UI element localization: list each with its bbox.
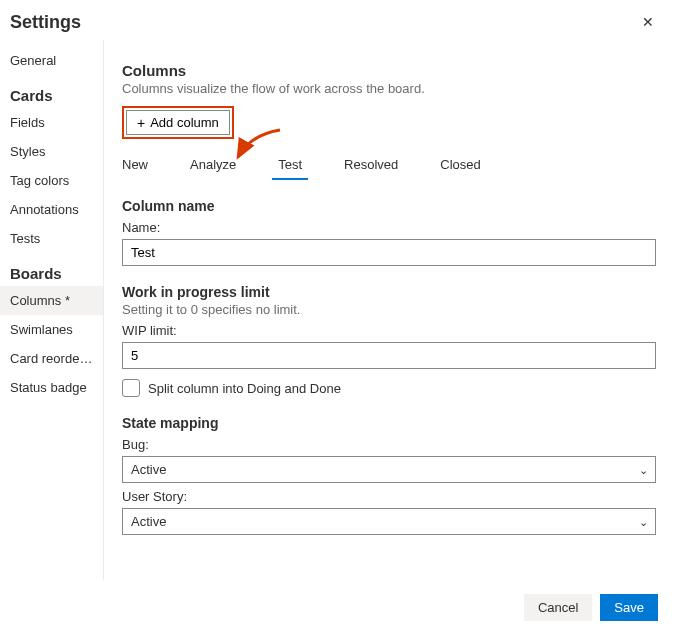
column-tabs: New Analyze Test Resolved Closed	[116, 153, 656, 180]
sidebar-item-annotations[interactable]: Annotations	[0, 195, 103, 224]
tab-resolved[interactable]: Resolved	[338, 153, 404, 180]
state-mapping-heading: State mapping	[122, 415, 656, 431]
add-column-button[interactable]: + Add column	[126, 110, 230, 135]
sidebar-item-status-badge[interactable]: Status badge	[0, 373, 103, 402]
split-column-label: Split column into Doing and Done	[148, 381, 341, 396]
wip-label: WIP limit:	[122, 323, 656, 338]
cancel-button[interactable]: Cancel	[524, 594, 592, 621]
sidebar-heading-boards: Boards	[0, 253, 103, 286]
sidebar-item-tag-colors[interactable]: Tag colors	[0, 166, 103, 195]
wip-heading: Work in progress limit	[122, 284, 656, 300]
main-panel: Columns Columns visualize the flow of wo…	[104, 40, 674, 580]
sidebar-item-columns[interactable]: Columns *	[0, 286, 103, 315]
sidebar-item-card-reordering[interactable]: Card reorderi…	[0, 344, 103, 373]
columns-heading: Columns	[122, 62, 656, 79]
name-input[interactable]	[122, 239, 656, 266]
tab-closed[interactable]: Closed	[434, 153, 486, 180]
sidebar: General Cards Fields Styles Tag colors A…	[0, 40, 104, 580]
settings-title: Settings	[10, 12, 81, 33]
wip-input[interactable]	[122, 342, 656, 369]
plus-icon: +	[137, 116, 145, 130]
add-column-highlight: + Add column	[122, 106, 234, 139]
user-story-label: User Story:	[122, 489, 656, 504]
tab-new[interactable]: New	[116, 153, 154, 180]
split-column-checkbox[interactable]	[122, 379, 140, 397]
add-column-label: Add column	[150, 115, 219, 130]
sidebar-item-swimlanes[interactable]: Swimlanes	[0, 315, 103, 344]
wip-subtitle: Setting it to 0 specifies no limit.	[122, 302, 656, 317]
bug-select[interactable]: Active	[122, 456, 656, 483]
tab-test[interactable]: Test	[272, 153, 308, 180]
sidebar-heading-cards: Cards	[0, 75, 103, 108]
sidebar-item-fields[interactable]: Fields	[0, 108, 103, 137]
tab-analyze[interactable]: Analyze	[184, 153, 242, 180]
name-label: Name:	[122, 220, 656, 235]
sidebar-item-styles[interactable]: Styles	[0, 137, 103, 166]
sidebar-item-general[interactable]: General	[0, 46, 103, 75]
column-name-heading: Column name	[122, 198, 656, 214]
close-icon[interactable]: ✕	[638, 10, 658, 34]
save-button[interactable]: Save	[600, 594, 658, 621]
columns-subtitle: Columns visualize the flow of work acros…	[122, 81, 656, 96]
user-story-select[interactable]: Active	[122, 508, 656, 535]
bug-label: Bug:	[122, 437, 656, 452]
sidebar-item-tests[interactable]: Tests	[0, 224, 103, 253]
